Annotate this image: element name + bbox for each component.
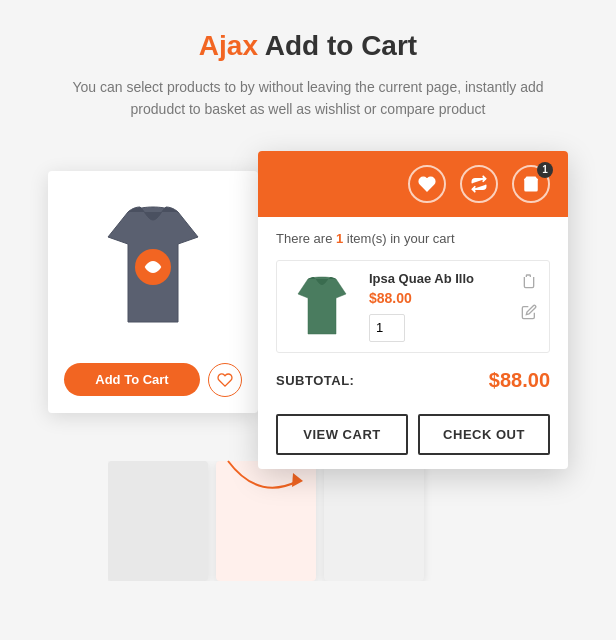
product-image-wrap: F — [64, 187, 242, 347]
subtotal-label: SUBTOTAL: — [276, 373, 354, 388]
page-title: Ajax Add to Cart — [199, 30, 417, 62]
product-card: F Add To Cart — [48, 171, 258, 413]
background-cards — [108, 461, 568, 581]
view-cart-button[interactable]: VIEW CART — [276, 414, 408, 455]
cart-action-buttons: VIEW CART CHECK OUT — [276, 414, 550, 455]
cart-badge: 1 — [537, 162, 553, 178]
bg-card-3 — [324, 461, 424, 581]
info-unit: item(s) — [347, 231, 387, 246]
add-to-cart-button[interactable]: Add To Cart — [64, 363, 200, 396]
wishlist-header-button[interactable] — [408, 165, 446, 203]
checkout-button[interactable]: CHECK OUT — [418, 414, 550, 455]
cart-subtotal: SUBTOTAL: $88.00 — [276, 369, 550, 398]
cart-header-button[interactable]: 1 — [512, 165, 550, 203]
title-add-to-cart: Add to Cart — [265, 30, 417, 61]
cart-item-price: $88.00 — [369, 290, 507, 306]
page-subtitle: You can select products to by without le… — [68, 76, 548, 121]
cart-panel: 1 There are 1 item(s) in your cart Ipsa … — [258, 151, 568, 469]
info-after: in your cart — [390, 231, 454, 246]
cart-item-shirt-svg — [292, 274, 352, 338]
item-count: 1 — [336, 231, 343, 246]
cart-panel-header: 1 — [258, 151, 568, 217]
cart-item-details: Ipsa Quae Ab Illo $88.00 — [369, 271, 507, 342]
eye-icon — [144, 258, 162, 276]
heart-icon — [217, 372, 233, 388]
cart-info-text: There are 1 item(s) in your cart — [276, 231, 550, 246]
heart-header-icon — [418, 175, 436, 193]
illustration-area: F Add To Cart 1 — [48, 151, 568, 581]
cart-panel-body: There are 1 item(s) in your cart Ipsa Qu… — [258, 217, 568, 469]
compare-header-button[interactable] — [460, 165, 498, 203]
edit-item-button[interactable] — [519, 302, 539, 325]
cart-item-image — [287, 271, 357, 341]
cart-item: Ipsa Quae Ab Illo $88.00 — [276, 260, 550, 353]
svg-marker-2 — [292, 473, 303, 487]
cart-item-name: Ipsa Quae Ab Illo — [369, 271, 507, 286]
title-ajax-word: Ajax — [199, 30, 258, 61]
cart-header-icon — [522, 175, 540, 193]
delete-item-button[interactable] — [519, 271, 539, 294]
subtotal-amount: $88.00 — [489, 369, 550, 392]
info-before: There are — [276, 231, 336, 246]
compare-header-icon — [470, 175, 488, 193]
cart-item-action-icons — [519, 271, 539, 325]
edit-icon — [521, 304, 537, 320]
svg-point-1 — [151, 265, 156, 270]
eye-overlay[interactable] — [135, 249, 171, 285]
cart-item-qty-input[interactable] — [369, 314, 405, 342]
delete-icon — [521, 273, 537, 289]
bg-card-1 — [108, 461, 208, 581]
product-card-actions: Add To Cart — [64, 363, 242, 397]
wishlist-button[interactable] — [208, 363, 242, 397]
